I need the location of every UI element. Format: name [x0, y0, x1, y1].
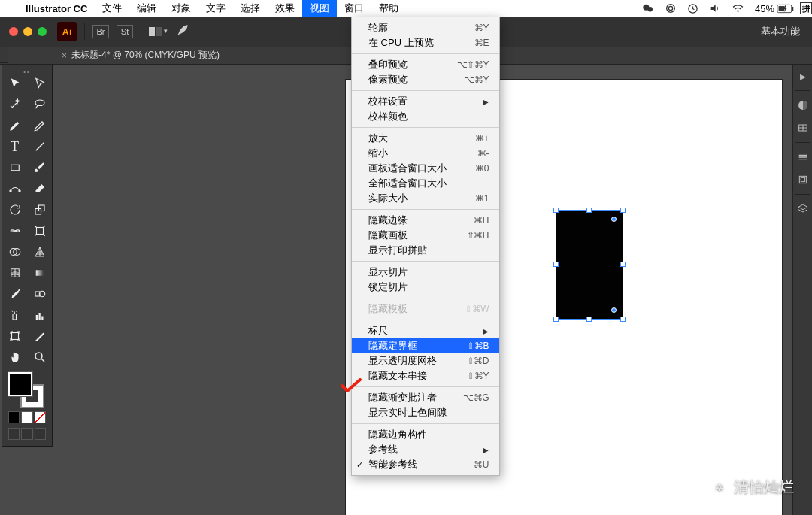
rotate-tool[interactable]	[2, 199, 27, 220]
menu-item[interactable]: 放大⌘+	[352, 131, 499, 146]
menu-object[interactable]: 对象	[164, 0, 198, 17]
scale-tool[interactable]	[27, 199, 52, 220]
corner-widget-icon[interactable]	[611, 307, 617, 313]
libraries-panel-icon[interactable]	[793, 168, 812, 191]
corner-widget-icon[interactable]	[611, 217, 617, 222]
arrange-documents-icon[interactable]: ▾	[149, 27, 168, 36]
bbox-handle[interactable]	[553, 317, 559, 322]
draw-inside-icon[interactable]	[35, 428, 46, 440]
pen-tool[interactable]	[2, 115, 27, 136]
wechat-status-icon[interactable]	[637, 2, 659, 14]
menu-select[interactable]: 选择	[233, 0, 268, 17]
panel-collapse-strip[interactable]	[0, 47, 8, 63]
menu-help[interactable]: 帮助	[371, 0, 406, 17]
fill-swatch[interactable]	[8, 372, 32, 396]
symbol-sprayer-tool[interactable]	[2, 304, 27, 326]
gradient-tool[interactable]	[27, 262, 52, 283]
bbox-handle[interactable]	[586, 208, 592, 213]
menu-item[interactable]: 显示打印拼贴	[352, 243, 499, 258]
draw-behind-icon[interactable]	[21, 428, 32, 440]
menu-item[interactable]: 隐藏边缘⌘H	[352, 213, 499, 228]
width-tool[interactable]	[2, 220, 27, 241]
app-name[interactable]: Illustrator CC	[18, 3, 95, 14]
menu-item[interactable]: 实际大小⌘1	[352, 191, 499, 206]
wifi-status-icon[interactable]	[726, 2, 750, 15]
menu-edit[interactable]: 编辑	[129, 0, 164, 17]
menu-item[interactable]: 全部适合窗口大小	[352, 176, 499, 191]
feather-icon[interactable]	[175, 23, 190, 41]
bbox-handle[interactable]	[620, 262, 626, 267]
swatches-panel-icon[interactable]	[793, 117, 812, 139]
menu-item[interactable]: 显示透明度网格⇧⌘D	[352, 353, 499, 368]
free-transform-tool[interactable]	[27, 220, 52, 241]
cc-status-icon[interactable]	[659, 2, 682, 14]
menu-item[interactable]: ✓智能参考线⌘U	[352, 457, 499, 472]
menu-item[interactable]: 标尺▶	[352, 323, 499, 338]
menu-item[interactable]: 叠印预览⌥⇧⌘Y	[352, 57, 499, 72]
menu-type[interactable]: 文字	[198, 0, 233, 17]
bbox-handle[interactable]	[620, 208, 626, 213]
menu-window[interactable]: 窗口	[337, 0, 371, 17]
panel-expand-icon[interactable]: ▸	[793, 65, 812, 87]
eraser-tool[interactable]	[27, 178, 52, 199]
menu-file[interactable]: 文件	[95, 0, 129, 17]
draw-normal-icon[interactable]	[8, 428, 20, 440]
gradient-mode-icon[interactable]	[21, 411, 32, 423]
menu-item[interactable]: 校样颜色	[352, 109, 499, 124]
tab-close-icon[interactable]: ×	[62, 50, 67, 61]
clock-status-icon[interactable]	[682, 3, 704, 14]
bbox-handle[interactable]	[620, 317, 626, 322]
menu-item[interactable]: 锁定切片	[352, 280, 499, 295]
menu-item[interactable]: 在 CPU 上预览⌘E	[352, 35, 499, 50]
menu-item[interactable]: 轮廓⌘Y	[352, 20, 499, 35]
curvature-tool[interactable]	[27, 115, 52, 136]
direct-selection-tool[interactable]	[27, 73, 52, 94]
menu-item[interactable]: 显示切片	[352, 265, 499, 280]
input-method-icon[interactable]: 拼	[800, 2, 812, 14]
bridge-badge[interactable]: Br	[92, 25, 109, 38]
menu-item[interactable]: 显示实时上色间隙	[352, 405, 499, 420]
zoom-tool[interactable]	[27, 347, 52, 368]
window-minimize-button[interactable]	[23, 27, 32, 36]
paintbrush-tool[interactable]	[27, 157, 52, 178]
shape-builder-tool[interactable]	[2, 241, 27, 262]
eyedropper-tool[interactable]	[2, 283, 27, 304]
stock-badge[interactable]: St	[117, 25, 133, 38]
layers-panel-icon[interactable]	[793, 198, 812, 220]
battery-status[interactable]: 45%	[750, 3, 800, 14]
rectangle-tool[interactable]	[2, 157, 27, 178]
line-segment-tool[interactable]	[27, 136, 52, 157]
menu-item[interactable]: 隐藏渐变批注者⌥⌘G	[352, 390, 499, 405]
column-graph-tool[interactable]	[27, 304, 52, 326]
menu-item[interactable]: 校样设置▶	[352, 94, 499, 109]
magic-wand-tool[interactable]	[2, 94, 27, 115]
blend-tool[interactable]	[27, 283, 52, 304]
menu-item[interactable]: 画板适合窗口大小⌘0	[352, 161, 499, 176]
bbox-handle[interactable]	[553, 208, 559, 213]
window-close-button[interactable]	[9, 27, 18, 36]
artboard-tool[interactable]	[2, 326, 27, 347]
menu-item[interactable]: 隐藏边角构件	[352, 427, 499, 442]
type-tool[interactable]: T	[2, 136, 27, 157]
window-zoom-button[interactable]	[38, 27, 47, 36]
menu-item[interactable]: 隐藏文本串接⇧⌘Y	[352, 368, 499, 383]
menu-view[interactable]: 视图	[302, 0, 337, 17]
workspace-switcher[interactable]: 基本功能	[761, 25, 806, 38]
slice-tool[interactable]	[27, 326, 52, 347]
color-mode-icon[interactable]	[8, 411, 20, 423]
menu-item[interactable]: 缩小⌘-	[352, 146, 499, 161]
hand-tool[interactable]	[2, 347, 27, 368]
bbox-handle[interactable]	[553, 262, 559, 267]
fill-stroke-swatches[interactable]	[2, 368, 52, 446]
document-tab-title[interactable]: 未标题-4* @ 70% (CMYK/GPU 预览)	[71, 49, 220, 62]
lasso-tool[interactable]	[27, 94, 52, 115]
menu-item[interactable]: 像素预览⌥⌘Y	[352, 72, 499, 87]
volume-status-icon[interactable]	[704, 2, 726, 14]
stroke-panel-icon[interactable]	[793, 146, 812, 168]
shaper-tool[interactable]	[2, 178, 27, 199]
perspective-grid-tool[interactable]	[27, 241, 52, 262]
selected-rectangle-object[interactable]	[556, 211, 623, 319]
none-mode-icon[interactable]	[35, 411, 46, 423]
menu-effect[interactable]: 效果	[268, 0, 302, 17]
color-panel-icon[interactable]	[793, 94, 812, 117]
